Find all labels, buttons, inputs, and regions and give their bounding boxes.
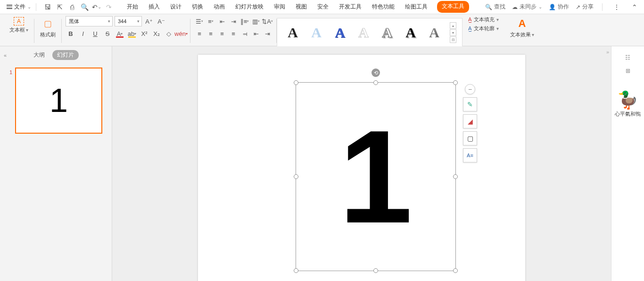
indent-right-button[interactable]: ⇥ (262, 28, 272, 39)
thumbnail-item: 1 1 (9, 68, 102, 134)
indent-left-button[interactable]: ⇤ (251, 28, 261, 39)
increase-indent-button[interactable]: ⇥ (228, 16, 239, 26)
slide-canvas-area[interactable]: ⟲ 1 − ✎ ◢ ▢ A≡ » (112, 46, 611, 281)
textbox-button[interactable]: A 文本框▾ (8, 16, 30, 34)
scroll-down-icon[interactable]: ▾ (450, 29, 456, 36)
tab-design[interactable]: 设计 (169, 1, 182, 13)
italic-button[interactable]: I (78, 28, 88, 39)
tab-features[interactable]: 特色功能 (371, 1, 396, 13)
redo-icon[interactable]: ↷ (103, 1, 115, 13)
undo-icon[interactable]: ↶⌄ (91, 1, 102, 13)
tab-text-tools[interactable]: 文本工具 (437, 1, 469, 13)
resize-handle-l[interactable] (294, 174, 298, 179)
text-effect-button[interactable]: A 文本效果▾ (508, 16, 536, 39)
resize-handle-tr[interactable] (453, 80, 458, 85)
selected-textbox[interactable]: ⟲ 1 (296, 82, 456, 271)
numbering-button[interactable]: ≡▾ (206, 16, 216, 26)
collapse-right-icon[interactable]: » (606, 49, 609, 55)
align-right-button[interactable]: ≡ (217, 28, 227, 39)
bullets-button[interactable]: ☰▾ (194, 16, 205, 26)
tab-review[interactable]: 审阅 (273, 1, 286, 13)
font-size-select[interactable]: 344 ▾ (115, 16, 142, 26)
unsync-button[interactable]: ☁ 未同步 ⌄ (512, 3, 542, 11)
wordart-style-7[interactable]: A (424, 25, 444, 41)
font-name-select[interactable]: 黑体 ▾ (66, 16, 113, 26)
tab-view[interactable]: 视图 (295, 1, 308, 13)
more-icon[interactable]: ⋮ (611, 1, 622, 13)
export-icon[interactable]: ⇱ (54, 1, 66, 13)
resize-handle-br[interactable] (453, 268, 458, 273)
tab-animation[interactable]: 动画 (213, 1, 226, 13)
decrease-indent-button[interactable]: ⇤ (217, 16, 227, 26)
wordart-style-4[interactable]: A (354, 25, 373, 41)
resize-handle-bl[interactable] (294, 268, 298, 273)
assistant-mascot[interactable]: 🦆 心平氣和鴨 (615, 92, 641, 118)
format-painter-button[interactable]: ▢ 格式刷 (38, 16, 58, 39)
collaborate-button[interactable]: 👤 协作 (549, 3, 569, 11)
text-outline-button[interactable]: A̲ 文本轮廓 ▾ (468, 25, 499, 32)
resize-handle-r[interactable] (453, 174, 458, 179)
print-icon[interactable]: ⎙ (66, 1, 78, 13)
align-justify-button[interactable]: ≡ (228, 28, 239, 39)
tab-drawing-tools[interactable]: 绘图工具 (404, 1, 429, 13)
columns-button[interactable]: ▥▾ (251, 16, 261, 26)
bold-button[interactable]: B (66, 28, 76, 39)
wordart-style-5[interactable]: A (377, 25, 397, 41)
collapse-panel-icon[interactable]: « (4, 52, 7, 58)
tab-developer[interactable]: 开发工具 (338, 1, 363, 13)
distribute-button[interactable]: ⫤ (239, 28, 250, 39)
slides-tab[interactable]: 幻灯片 (52, 50, 79, 60)
textbox-icon: A (14, 17, 24, 26)
phonetic-button[interactable]: wén▾ (176, 28, 186, 39)
settings-icon[interactable]: ☷ (623, 53, 633, 62)
scroll-up-icon[interactable]: ▴ (450, 22, 456, 29)
file-menu-button[interactable]: 文件 ⌄ (4, 2, 34, 12)
search-button[interactable]: 🔍 查找 (485, 3, 505, 11)
resize-handle-t[interactable] (373, 80, 378, 85)
share-button[interactable]: ↗ 分享 (576, 3, 594, 11)
align-left-button[interactable]: ≡ (194, 28, 205, 39)
tab-transition[interactable]: 切换 (191, 1, 204, 13)
resize-handle-tl[interactable] (294, 80, 298, 85)
text-direction-button[interactable]: ⇅A▾ (262, 16, 272, 26)
cloud-icon: ☁ (512, 4, 518, 10)
tab-security[interactable]: 安全 (316, 1, 330, 13)
textbox-content[interactable]: 1 (296, 83, 455, 271)
wordart-style-1[interactable]: A (283, 25, 303, 41)
text-fill-button[interactable]: A̲ 文本填充 ▾ (468, 16, 499, 23)
clear-format-button[interactable]: ◇ (164, 28, 174, 39)
properties-icon[interactable]: ⊞ (623, 66, 633, 76)
save-icon[interactable]: 🖫 (42, 1, 53, 13)
outline-tab[interactable]: 大纲 (33, 51, 45, 59)
font-color-button[interactable]: A▾ (115, 28, 125, 39)
expand-gallery-icon[interactable]: ⊟ (450, 36, 456, 43)
preview-icon[interactable]: 🔍 (79, 1, 90, 13)
tab-slideshow[interactable]: 幻灯片放映 (234, 1, 264, 13)
decrease-font-button[interactable]: A⁻ (156, 16, 166, 26)
tab-insert[interactable]: 插入 (148, 1, 161, 13)
subscript-button[interactable]: X₂ (151, 28, 162, 39)
wordart-style-3[interactable]: A (330, 25, 350, 41)
wordart-style-2[interactable]: A (306, 25, 326, 41)
underline-button[interactable]: U (90, 28, 100, 39)
tab-start[interactable]: 开始 (126, 1, 139, 13)
minus-button[interactable]: − (465, 84, 475, 94)
align-center-button[interactable]: ≡ (206, 28, 216, 39)
superscript-button[interactable]: X² (139, 28, 149, 39)
text-align-button[interactable]: A≡ (463, 148, 477, 162)
line-spacing-button[interactable]: ‖≡▾ (239, 16, 250, 26)
slide-body[interactable]: ⟲ 1 − ✎ ◢ ▢ A≡ (198, 55, 525, 281)
strikethrough-button[interactable]: S (102, 28, 113, 39)
highlight-button[interactable]: ab▾ (127, 28, 137, 39)
slide-thumbnail-1[interactable]: 1 (15, 68, 102, 134)
collapse-ribbon-icon[interactable]: ⌃ (629, 1, 640, 13)
eyedropper-button[interactable]: ✎ (463, 97, 477, 111)
shape-outline-button[interactable]: ▢ (463, 131, 477, 145)
main-area: « 大纲 幻灯片 1 1 ⟲ (0, 46, 644, 281)
wordart-style-6[interactable]: A (401, 25, 421, 41)
increase-font-button[interactable]: A⁺ (144, 16, 154, 26)
fill-bucket-button[interactable]: ◢ (463, 114, 477, 128)
wordart-gallery: A A A A A A A ▴ ▾ ⊟ (277, 18, 462, 47)
resize-handle-b[interactable] (373, 268, 378, 273)
rotate-handle-icon[interactable]: ⟲ (372, 68, 380, 77)
